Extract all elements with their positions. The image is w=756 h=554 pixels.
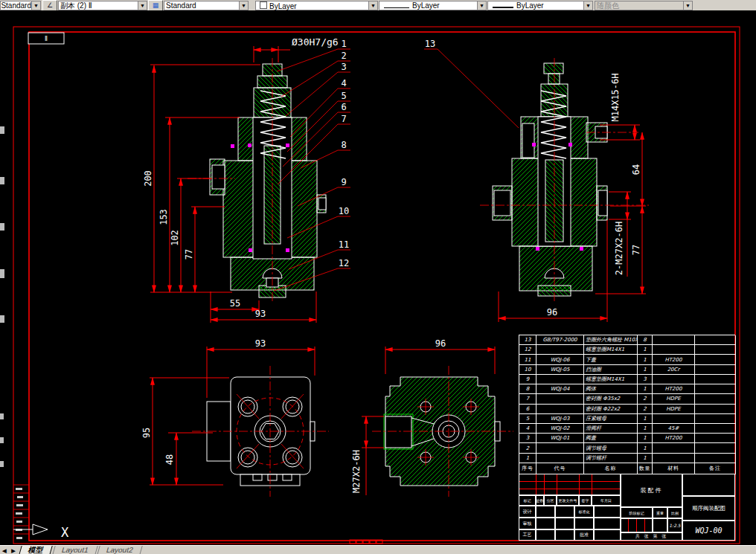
drawing-number: WQJ-00 (682, 521, 735, 541)
bom-cell: 1 (638, 434, 653, 443)
bom-cell: 螺塞垫圈M14X1 (584, 375, 638, 384)
bom-cell: 3 (638, 375, 653, 384)
stage-header: 阶段标记 (621, 507, 653, 518)
bom-cell: 8 (638, 335, 653, 345)
bom-cell (695, 414, 736, 424)
dim-label: 64 (631, 164, 641, 175)
title-block: 标记 处数 分区 更改文件号 签字 年月日 设计 标准化 审核 工艺 批准 装配… (519, 474, 735, 541)
role-approve: 批准 (574, 529, 594, 541)
bom-cell (536, 394, 584, 404)
role-audit: 审核 (519, 518, 536, 529)
bom-cell: 1 (638, 355, 653, 364)
tab-model[interactable]: 模型 (19, 546, 52, 554)
bom-cell (536, 443, 584, 453)
dimension-icon: ∠ (47, 1, 53, 9)
dim-label: 77 (631, 245, 641, 255)
callout-number: 6 (341, 102, 346, 112)
chevron-down-icon[interactable]: ▼ (239, 1, 248, 10)
callout-number: 4 (341, 78, 346, 88)
autocad-window: Standard ▼ ∠ 副本 (2) Ⅱ ▼ ▦ Standard ▼ ByL… (0, 0, 756, 554)
bom-header-row: 序号代号名称数量材料备注 (519, 463, 735, 474)
callout-number: 5 (341, 91, 346, 101)
bom-cell (653, 443, 695, 453)
revision-rows (519, 474, 621, 495)
bom-cell: 45# (653, 424, 695, 434)
bom-cell (695, 384, 736, 394)
bom-cell (653, 375, 695, 384)
dim-label: 102 (170, 230, 180, 246)
dim-label: 96 (547, 307, 557, 318)
callout-number: 9 (341, 177, 346, 187)
tab-layout1[interactable]: Layout1 (52, 546, 97, 554)
sheet-corner-label: Ⅱ (45, 36, 48, 42)
bom-cell (695, 355, 736, 364)
rev-header: 分区 (544, 495, 557, 506)
frame-ladder (13, 485, 29, 534)
color-combo[interactable]: ByLayer ▼ (255, 1, 378, 10)
bom-cell: 滑阀杆 (584, 424, 638, 434)
sheet-note: 共 张 第 张 (621, 532, 682, 541)
bom-cell (653, 345, 695, 355)
tab-nav-next[interactable]: ▶ (9, 547, 18, 554)
chevron-down-icon[interactable]: ▼ (583, 1, 592, 10)
tab-nav-prev[interactable]: ◀ (0, 547, 9, 554)
callout-number: 11 (339, 239, 349, 250)
linetype-combo[interactable]: ByLayer ▼ (379, 1, 487, 10)
dim-label: M27X2-6H (351, 450, 362, 493)
ucs-x-label: X (61, 525, 69, 540)
rev-header: 更改文件号 (557, 495, 579, 506)
dim-label: Ø30H7/g6 (292, 36, 339, 48)
text-style-combo[interactable]: 副本 (2) Ⅱ ▼ (58, 1, 147, 10)
table-style-button[interactable]: ▦ (148, 0, 163, 11)
chevron-down-icon[interactable]: ▼ (138, 1, 147, 10)
rev-header: 处数 (536, 495, 544, 506)
dim-style-button[interactable]: ∠ (42, 0, 57, 11)
weight-header: 重量 (653, 507, 667, 518)
bom-cell: 2 (638, 405, 653, 414)
lineweight-icon (493, 7, 513, 8)
table-icon: ▦ (153, 1, 159, 9)
bom-cell: 压紧螺母 (584, 414, 638, 424)
bom-cell (695, 443, 736, 453)
chevron-down-icon[interactable]: ▼ (368, 1, 377, 10)
standard-style-combo[interactable]: Standard ▼ (164, 1, 249, 10)
rev-header: 年月日 (592, 495, 621, 506)
tab-layout2[interactable]: Layout2 (97, 546, 142, 554)
bom-cell (536, 405, 584, 414)
chevron-down-icon[interactable]: ▼ (477, 1, 486, 10)
linetype-value: ByLayer (412, 1, 440, 10)
bom-cell (695, 424, 736, 434)
bom-cell (695, 345, 736, 355)
bom-cell: 1 (519, 454, 536, 463)
bom-cell (536, 345, 584, 355)
dim-label: M14X15-6H (610, 73, 621, 121)
bom-cell: 1 (638, 365, 653, 375)
bom-cell: 调节螺母 (584, 443, 638, 453)
callout-number: 13 (425, 39, 435, 49)
bom-cell: 5 (519, 414, 536, 424)
bom-cell (536, 375, 584, 384)
bom-header-cell: 数量 (638, 463, 653, 474)
bom-header-cell: 代号 (536, 463, 584, 474)
bom-cell (695, 335, 736, 345)
dim-label: 48 (164, 454, 175, 465)
drawing-title: 顺序阀装配图 (682, 496, 735, 521)
dim-label: 55 (230, 298, 240, 309)
dim-style-combo[interactable]: Standard ▼ (0, 1, 41, 10)
bom-cell: 调节螺杆 (584, 454, 638, 463)
bom-cell: HT200 (653, 434, 695, 443)
callout-number: 1 (341, 39, 346, 49)
part-label: 装配件 (621, 474, 682, 507)
role-design: 设计 (519, 506, 536, 518)
chevron-down-icon[interactable]: ▼ (31, 1, 40, 10)
bom-cell (695, 394, 736, 404)
bom-cell: 挡油圈 (584, 365, 638, 375)
bom-cell: 1 (638, 454, 653, 463)
lineweight-combo[interactable]: ByLayer ▼ (487, 1, 593, 10)
bom-cell: 1 (638, 345, 653, 355)
role-standardization: 标准化 (574, 506, 594, 518)
bom-cell (536, 454, 584, 463)
dim-label: 95 (141, 428, 152, 438)
bom-cell: WQJ-05 (536, 365, 584, 375)
bom-cell: WQJ-06 (536, 355, 584, 364)
